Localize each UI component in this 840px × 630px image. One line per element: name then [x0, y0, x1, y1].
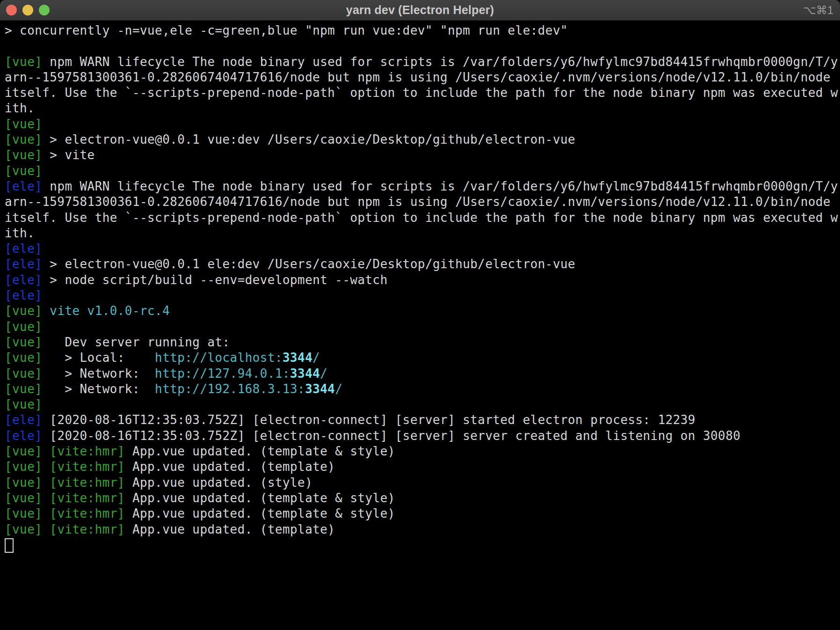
terminal-text-segment: [vue] — [5, 55, 50, 69]
terminal-line: [ele] npm WARN lifecycle The node binary… — [5, 179, 840, 194]
terminal-text-segment: [vite:hmr] — [50, 476, 125, 490]
terminal-text-segment: App.vue updated. (template & style) — [125, 506, 395, 520]
terminal-text-segment: 3344 — [305, 382, 335, 396]
terminal-text-segment: [vite:hmr] — [50, 506, 125, 520]
terminal-text-segment: [ele] — [5, 288, 42, 302]
terminal-line: [vue] [vite:hmr] App.vue updated. (templ… — [5, 444, 840, 459]
terminal-text-segment: [2020-08-16T12:35:03.752Z] [electron-con… — [50, 429, 740, 443]
terminal-line: [vue] > Network: http://192.168.3.13:334… — [5, 381, 840, 397]
window-title: yarn dev (Electron Helper) — [0, 3, 840, 17]
terminal-text-segment: [vue] — [5, 506, 50, 520]
terminal-text-segment: > node script/build --env=development --… — [50, 273, 387, 287]
terminal-text-segment: arn--1597581300361-0.2826067404717616/no… — [5, 70, 831, 84]
terminal-text-segment: > Local: — [50, 351, 155, 365]
terminal-line: arn--1597581300361-0.2826067404717616/no… — [5, 194, 840, 210]
terminal-cursor — [5, 538, 14, 553]
tab-shortcut-label: ⌥⌘1 — [803, 0, 833, 20]
terminal-text-segment: > electron-vue@0.0.1 ele:dev /Users/caox… — [50, 257, 575, 271]
terminal-line: > concurrently -n=vue,ele -c=green,blue … — [5, 23, 840, 38]
minimize-button[interactable] — [22, 5, 33, 15]
terminal-text-segment: [vue] — [5, 164, 42, 178]
zoom-button[interactable] — [39, 5, 50, 15]
terminal-text-segment: [vite:hmr] — [50, 444, 125, 458]
terminal-text-segment: App.vue updated. (template) — [125, 522, 335, 536]
terminal-text-segment: App.vue updated. (template & style) — [125, 444, 395, 458]
terminal-text-segment: [vue] — [5, 117, 42, 131]
terminal-text-segment: [ele] — [5, 429, 50, 443]
traffic-lights — [6, 0, 50, 20]
terminal-line: [vue] > electron-vue@0.0.1 vue:dev /User… — [5, 132, 840, 147]
terminal-line: [vue] [vite:hmr] App.vue updated. (templ… — [5, 522, 840, 537]
terminal-text-segment: > concurrently -n=vue,ele -c=green,blue … — [5, 23, 568, 37]
terminal-line: [vue] — [5, 117, 840, 132]
terminal-text-segment: > vite — [50, 148, 94, 162]
terminal-line — [5, 38, 840, 54]
terminal-line: [vue] Dev server running at: — [5, 335, 840, 350]
terminal-text-segment: http://192.168.3.13: — [155, 382, 305, 396]
terminal-text-segment: [vue] — [5, 335, 50, 349]
terminal-text-segment: App.vue updated. (style) — [125, 476, 312, 490]
terminal-text-segment: [ele] — [5, 273, 50, 287]
terminal-line: ith. — [5, 226, 840, 241]
terminal-text-segment: [vite:hmr] — [50, 522, 125, 536]
terminal-line: [vue] [vite:hmr] App.vue updated. (style… — [5, 475, 840, 491]
terminal-text-segment: [vue] — [5, 522, 50, 536]
terminal-text-segment: [vue] — [5, 397, 42, 411]
terminal-text-segment: / — [335, 382, 342, 396]
terminal-line: ith. — [5, 101, 840, 116]
terminal-text-segment: http://127.94.0.1: — [155, 366, 290, 381]
terminal-text-segment: [ele] — [5, 413, 50, 427]
terminal-text-segment: ith. — [5, 226, 35, 240]
close-button[interactable] — [6, 5, 17, 15]
terminal-line: [vue] npm WARN lifecycle The node binary… — [5, 54, 840, 70]
terminal-text-segment: [vite:hmr] — [50, 491, 125, 505]
terminal-text-segment: itself. Use the `--scripts-prepend-node-… — [5, 211, 838, 225]
terminal-text-segment: npm WARN lifecycle The node binary used … — [50, 179, 838, 193]
terminal-text-segment: App.vue updated. (template & style) — [125, 491, 395, 505]
terminal-line: [ele] > electron-vue@0.0.1 ele:dev /User… — [5, 256, 840, 272]
terminal-line: [vue] > Network: http://127.94.0.1:3344/ — [5, 366, 840, 381]
terminal-text-segment: ith. — [5, 101, 35, 115]
terminal-line: [ele] [2020-08-16T12:35:03.752Z] [electr… — [5, 412, 840, 428]
terminal-line: [vue] > vite — [5, 147, 840, 163]
terminal-line: arn--1597581300361-0.2826067404717616/no… — [5, 70, 840, 85]
terminal-text-segment: > electron-vue@0.0.1 vue:dev /Users/caox… — [50, 132, 575, 147]
terminal-text-segment: [vue] — [5, 304, 50, 318]
terminal-line: [ele] — [5, 288, 840, 303]
terminal-text-segment: 3344 — [282, 351, 312, 365]
terminal-text-segment: [2020-08-16T12:35:03.752Z] [electron-con… — [50, 413, 695, 427]
terminal-text-segment: npm WARN lifecycle The node binary used … — [50, 55, 838, 69]
terminal-text-segment: / — [312, 351, 320, 365]
terminal-text-segment: http://localhost: — [155, 351, 282, 365]
terminal-text-segment: [vue] — [5, 148, 50, 162]
terminal-text-segment: [vue] — [5, 444, 50, 458]
terminal-text-segment: 3344 — [290, 366, 320, 381]
terminal-text-segment: itself. Use the `--scripts-prepend-node-… — [5, 86, 838, 100]
terminal-text-segment: [vue] — [5, 460, 50, 474]
terminal-line: [vue] — [5, 397, 840, 412]
terminal-line: itself. Use the `--scripts-prepend-node-… — [5, 85, 840, 101]
terminal-text-segment: [vue] — [5, 366, 50, 381]
terminal-output[interactable]: > concurrently -n=vue,ele -c=green,blue … — [0, 21, 840, 630]
terminal-text-segment: [vue] — [5, 132, 50, 147]
terminal-text-segment: [vue] — [5, 491, 50, 505]
terminal-text-segment: [vue] — [5, 382, 50, 396]
terminal-text-segment: [ele] — [5, 242, 42, 256]
terminal-text-segment: [ele] — [5, 257, 50, 271]
terminal-line — [5, 537, 840, 553]
terminal-line: [vue] > Local: http://localhost:3344/ — [5, 350, 840, 366]
terminal-line: [ele] [2020-08-16T12:35:03.752Z] [electr… — [5, 428, 840, 444]
terminal-text-segment: [vite:hmr] — [50, 460, 125, 474]
terminal-text-segment: arn--1597581300361-0.2826067404717616/no… — [5, 195, 831, 209]
terminal-window: yarn dev (Electron Helper) ⌥⌘1 > concurr… — [0, 0, 840, 630]
terminal-text-segment: Dev server running at: — [50, 335, 230, 349]
terminal-line: [vue] vite v1.0.0-rc.4 — [5, 303, 840, 319]
terminal-text-segment: / — [320, 366, 327, 381]
terminal-line: [ele] — [5, 241, 840, 256]
terminal-line: [vue] — [5, 319, 840, 335]
terminal-line: itself. Use the `--scripts-prepend-node-… — [5, 210, 840, 226]
titlebar[interactable]: yarn dev (Electron Helper) ⌥⌘1 — [0, 0, 840, 21]
terminal-line: [vue] [vite:hmr] App.vue updated. (templ… — [5, 491, 840, 506]
terminal-text-segment: [ele] — [5, 179, 50, 193]
terminal-text-segment: [vue] — [5, 320, 42, 334]
